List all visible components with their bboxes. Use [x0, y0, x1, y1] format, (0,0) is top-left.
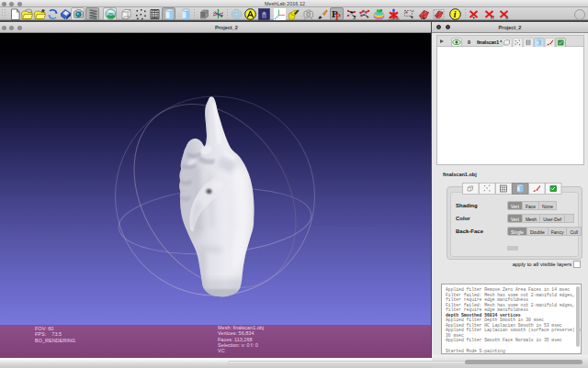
svg-text:i: i — [453, 10, 456, 19]
svg-text:CSGTool: CSGTool — [388, 17, 399, 20]
svg-text:P: P — [335, 13, 341, 20]
